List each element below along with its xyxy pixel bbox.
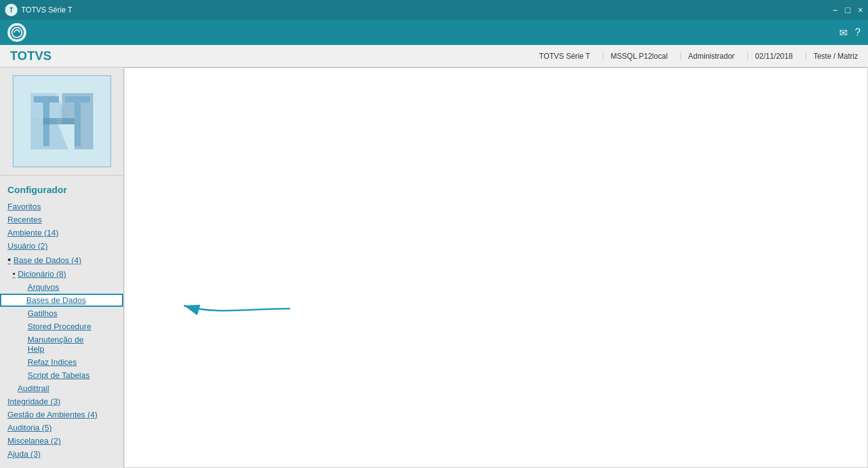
toolbar-logo — [8, 23, 26, 42]
title-bar-left: T TOTVS Série T — [5, 4, 73, 16]
title-bar: T TOTVS Série T − □ × — [0, 0, 868, 20]
nav-item-gestao-ambientes[interactable]: Gestão de Ambientes (4) — [0, 408, 123, 421]
close-button[interactable]: × — [858, 6, 863, 14]
minimize-button[interactable]: − — [832, 6, 837, 14]
window-title: TOTVS Série T — [21, 6, 73, 14]
nav-item-bases-de-dados[interactable]: Bases de Dados — [0, 294, 123, 307]
nav-item-gatilhos[interactable]: Gatilhos — [0, 307, 123, 320]
sidebar: Configurador Favoritos Recentes Ambiente… — [0, 67, 124, 468]
header-system: TOTVS Série T — [539, 52, 590, 61]
arrow-indicator — [121, 296, 296, 334]
toolbar-right: ✉ ? — [839, 27, 860, 39]
toolbar: ✉ ? — [0, 20, 868, 45]
header-env: Teste / Matriz — [805, 52, 858, 61]
help-button[interactable]: ? — [855, 27, 860, 39]
header-user: Administrador — [680, 52, 735, 61]
logo-inner — [10, 26, 24, 39]
nav-item-refaz-indices[interactable]: Refaz Indices — [0, 356, 123, 369]
nav-item-recentes[interactable]: Recentes — [0, 213, 123, 226]
nav-item-arquivos[interactable]: Arquivos — [0, 281, 123, 294]
nav-section: Configurador Favoritos Recentes Ambiente… — [0, 176, 123, 466]
sidebar-logo-icon — [24, 87, 99, 156]
nav-item-miscelanea[interactable]: Miscelanea (2) — [0, 434, 123, 447]
header-bar: TOTVS TOTVS Série T MSSQL P12local Admin… — [0, 45, 868, 67]
content-area — [124, 67, 868, 468]
nav-item-favoritos[interactable]: Favoritos — [0, 200, 123, 213]
app-title: TOTVS — [10, 49, 51, 63]
nav-label-dicionario: Dicionário (8) — [18, 269, 66, 279]
main-content: Configurador Favoritos Recentes Ambiente… — [0, 67, 868, 468]
logo-area — [0, 67, 123, 176]
mail-button[interactable]: ✉ — [839, 27, 847, 39]
nav-item-manutencao-help[interactable]: Manutenção de Help — [0, 333, 123, 356]
nav-group-base-dados[interactable]: • Base de Dados (4) — [0, 252, 123, 267]
nav-item-ajuda[interactable]: Ajuda (3) — [0, 447, 123, 461]
nav-item-audittrail[interactable]: Audittrail — [0, 382, 123, 395]
header-db: MSSQL P12local — [603, 52, 668, 61]
totvs-logo-icon — [11, 27, 23, 38]
maximize-button[interactable]: □ — [845, 6, 850, 14]
header-info: TOTVS Série T MSSQL P12local Administrad… — [539, 52, 858, 61]
app-icon: T — [5, 4, 18, 16]
svg-point-0 — [12, 27, 22, 37]
nav-item-ambiente[interactable]: Ambiente (14) — [0, 226, 123, 239]
logo-box — [13, 75, 111, 167]
nav-item-integridade[interactable]: Integridade (3) — [0, 395, 123, 408]
bullet-dicionario: • — [13, 269, 16, 279]
header-date: 02/11/2018 — [747, 52, 793, 61]
nav-label-base-dados: Base de Dados (4) — [14, 256, 81, 265]
section-title: Configurador — [0, 181, 123, 200]
nav-item-script-tabelas[interactable]: Script de Tabelas — [0, 369, 123, 382]
bullet-base-dados: • — [8, 254, 11, 266]
title-bar-controls: − □ × — [832, 6, 863, 14]
nav-group-dicionario[interactable]: • Dicionário (8) — [0, 267, 123, 281]
nav-item-usuario[interactable]: Usuário (2) — [0, 239, 123, 252]
nav-item-stored-procedure[interactable]: Stored Procedure — [0, 320, 123, 333]
nav-item-auditoria[interactable]: Auditoria (5) — [0, 421, 123, 434]
